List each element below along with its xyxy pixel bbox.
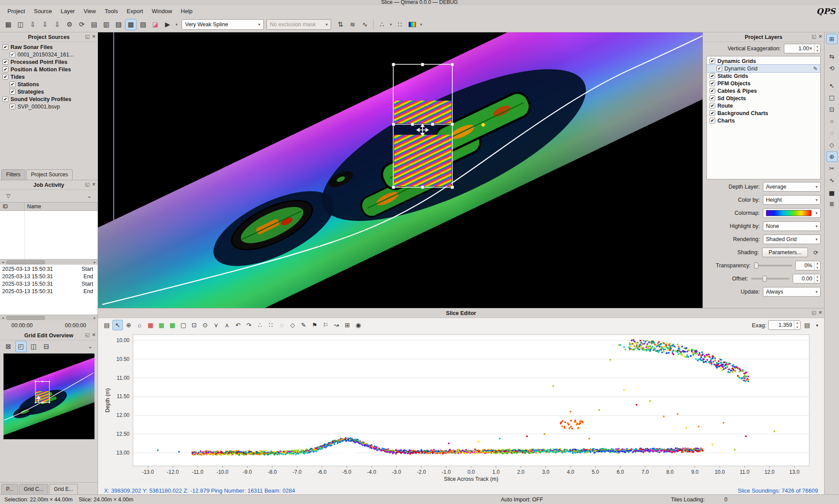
menu-export[interactable]: Export — [123, 7, 147, 16]
tree-item-strategies[interactable]: ✔Strategies — [0, 88, 98, 95]
tree-item-charts[interactable]: ✔Charts — [707, 117, 820, 124]
swath-filter-icon[interactable]: ≋ — [347, 19, 358, 30]
slice-menu-chevron-icon[interactable]: ▾ — [814, 320, 821, 330]
sync-views-icon[interactable]: ⟲ — [826, 63, 838, 74]
checkbox[interactable]: ✔ — [3, 96, 8, 102]
menu-view[interactable]: View — [80, 7, 100, 16]
histogram-icon[interactable]: ▅ — [826, 187, 838, 197]
tree-item-position-motion-files[interactable]: ✔Position & Motion Files — [0, 66, 98, 73]
tree-item-stations[interactable]: ✔Stations — [0, 80, 98, 88]
point-color-icon[interactable]: ∷ — [266, 320, 276, 330]
flag-icon[interactable]: ⚑ — [309, 320, 320, 330]
project-zoom-icon[interactable]: ◫ — [15, 19, 26, 30]
checkbox[interactable]: ✔ — [3, 66, 8, 72]
checkbox[interactable]: ✔ — [3, 59, 8, 65]
tree-item-sd-objects[interactable]: ✔Sd Objects — [707, 94, 820, 102]
import-processed-points-icon[interactable]: ⇩ — [39, 19, 51, 30]
spin-down-icon[interactable]: ▾ — [794, 325, 800, 329]
menu-tools[interactable]: Tools — [101, 7, 122, 16]
select-rect-icon[interactable]: ▢ — [178, 320, 189, 330]
color-by-combo[interactable]: Height▾ — [763, 195, 821, 205]
tree-item-dynamic-grids[interactable]: ✔Dynamic Grids — [707, 57, 820, 65]
transparency-spinner[interactable]: 0%▴▾ — [795, 261, 821, 270]
spin-down-icon[interactable]: ▾ — [815, 49, 820, 53]
slice-page-icon[interactable]: ▤ — [802, 320, 812, 330]
scroll-thumb[interactable] — [6, 260, 45, 264]
exclusion-mask-combo[interactable]: No exclusion mask▾ — [266, 19, 331, 30]
dock-tab-grid-e[interactable]: Grid E... — [49, 484, 78, 494]
select-rect-add-icon[interactable]: ⊡ — [826, 104, 838, 115]
job-col-id[interactable]: ID — [0, 203, 24, 210]
close-panel-icon[interactable]: ✕ — [92, 182, 96, 187]
slice-pointer-icon[interactable]: ↖ — [112, 320, 123, 330]
grid-overview-thumbnail[interactable] — [3, 354, 94, 439]
spin-up-icon[interactable]: ▴ — [815, 261, 820, 266]
slider-knob[interactable] — [754, 262, 759, 269]
checkbox[interactable]: ✔ — [710, 95, 715, 101]
close-panel-icon[interactable]: ✕ — [92, 332, 96, 338]
checkbox[interactable]: ✔ — [10, 81, 15, 87]
scene-viewport[interactable] — [98, 32, 703, 308]
transparency-slider[interactable] — [754, 265, 792, 266]
collapse-chevron-icon[interactable]: ⌄ — [84, 191, 94, 201]
checkbox[interactable]: ✔ — [10, 104, 15, 109]
menu-layer[interactable]: Layer — [57, 7, 79, 16]
tree-item-cables-pipes[interactable]: ✔Cables & Pipes — [707, 87, 820, 94]
tree-item-static-grids[interactable]: ✔Static Grids — [707, 72, 820, 80]
job-log-row[interactable]: 2025-03-13 15:50:31End — [0, 287, 98, 295]
collapse-chevron-icon[interactable]: ⌄ — [85, 342, 95, 351]
checkbox[interactable]: ✔ — [710, 103, 715, 108]
job-filter-icon[interactable]: ▽ — [3, 191, 13, 201]
depth-layer-combo[interactable]: Average▾ — [763, 182, 821, 192]
menu-source[interactable]: Source — [30, 7, 56, 16]
select-ellipse-icon[interactable]: ○ — [826, 116, 838, 126]
checkbox[interactable]: ✔ — [710, 80, 715, 86]
job-table-body[interactable] — [0, 211, 98, 259]
tree-item-tides[interactable]: ✔Tides — [0, 73, 98, 80]
settings-panel-icon[interactable]: ≣ — [826, 199, 838, 209]
spin-up-icon[interactable]: ▴ — [794, 321, 800, 325]
menu-help[interactable]: Help — [177, 7, 196, 16]
grid-swath-icon[interactable]: ▥ — [101, 19, 112, 30]
shading-parameters-button[interactable]: Parameters... — [762, 248, 808, 257]
point-edit-icon[interactable]: ∴ — [255, 320, 265, 330]
float-panel-icon[interactable]: ◱ — [85, 332, 89, 338]
job-col-name[interactable]: Name — [24, 203, 98, 210]
pointer-tool-icon[interactable]: ▶ — [162, 19, 173, 30]
spin-up-icon[interactable]: ▴ — [815, 274, 820, 279]
tree-item-background-charts[interactable]: ✔Background Charts — [707, 109, 820, 117]
grid-cell-icon[interactable]: ⊞ — [342, 320, 353, 330]
job-log-row[interactable]: 2025-03-13 15:50:31Start — [0, 265, 98, 273]
colormap-combo[interactable]: ▾ — [763, 208, 821, 218]
shading-refresh-icon[interactable]: ⟳ — [811, 248, 821, 257]
menu-window[interactable]: Window — [148, 7, 176, 16]
undo-icon[interactable]: ↶ — [233, 320, 243, 330]
filter-reject-icon[interactable]: ⋏ — [222, 320, 232, 330]
dock-tab-p[interactable]: P... — [1, 484, 18, 494]
colormap-toolbar-caret[interactable]: ▾ — [419, 22, 423, 27]
checkbox[interactable]: ✔ — [10, 52, 15, 57]
beam-filter-icon[interactable]: ∿ — [359, 19, 371, 30]
lasso-icon[interactable]: ◌ — [276, 320, 287, 330]
checkbox[interactable]: ✔ — [710, 73, 715, 79]
overview-selection-icon[interactable]: ◰ — [15, 341, 27, 352]
offset-spinner[interactable]: 0.00▴▾ — [793, 274, 821, 284]
import-position-files-icon[interactable]: ⇩ — [52, 19, 63, 30]
spin-down-icon[interactable]: ▾ — [815, 279, 820, 283]
dock-tab-grid-c[interactable]: Grid C... — [19, 484, 48, 494]
vertical-exaggeration-spinner[interactable]: 1.00× ▴▾ — [784, 44, 821, 53]
tree-item-route[interactable]: ✔Route — [707, 102, 820, 109]
select-polygon-icon[interactable]: ◇ — [826, 140, 838, 150]
scroll-track[interactable] — [6, 260, 92, 265]
overview-layout-icon[interactable]: ⊟ — [41, 341, 52, 352]
job-log-hscroll[interactable]: ◂ ▸ — [0, 315, 98, 320]
points-display-caret[interactable]: ▾ — [388, 22, 393, 27]
reprocess-icon[interactable]: ⟳ — [76, 19, 87, 30]
profile-tool-icon[interactable]: ∿ — [826, 175, 838, 186]
float-panel-icon[interactable]: ◱ — [85, 34, 89, 39]
camera-icon[interactable]: ◉ — [353, 320, 364, 330]
project-map-icon[interactable]: ▦ — [3, 19, 14, 30]
float-panel-icon[interactable]: ◱ — [811, 34, 816, 39]
route-icon[interactable]: ↝ — [331, 320, 342, 330]
swath-edit-tool-icon[interactable]: ▨ — [137, 19, 149, 30]
